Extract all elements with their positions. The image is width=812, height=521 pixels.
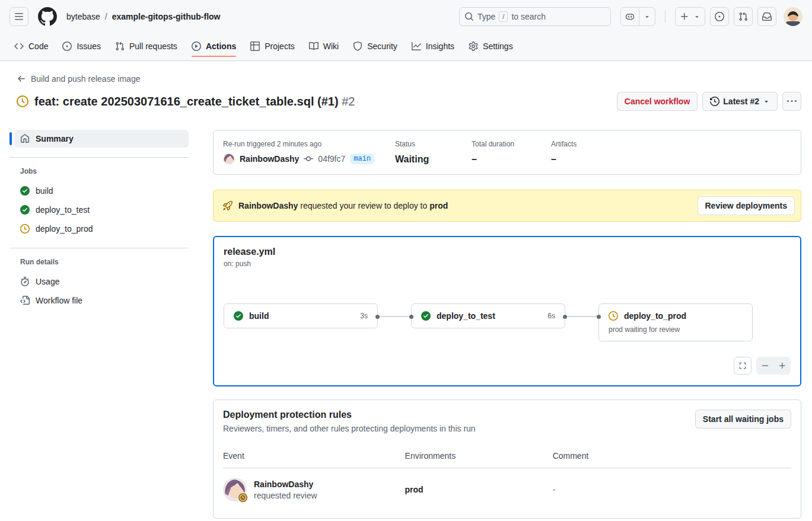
zoom-out-button[interactable] [756,357,773,375]
sidebar-item-summary[interactable]: Summary [14,130,189,148]
user-avatar-image [784,7,803,26]
check-circle-icon [20,205,30,215]
review-request-banner: RainbowDashy requested your review to de… [213,190,801,222]
connector-dot [597,315,601,319]
connector-line [565,316,598,317]
breadcrumb-separator: / [105,12,107,21]
clock-icon [20,224,30,234]
tab-issues[interactable]: Issues [58,37,105,60]
environment-value: prod [405,468,553,509]
fullscreen-icon [738,362,747,370]
git-pull-request-icon [115,41,125,51]
clock-icon [609,311,618,321]
sidebar-item-workflow-file[interactable]: Workflow file [14,291,189,310]
artifacts-value: – [551,154,577,165]
workflow-node-build[interactable]: build 3s [224,303,378,328]
table-icon [250,41,260,51]
protection-rules-table: Event Environments Comment [223,446,791,509]
back-to-workflow-link[interactable]: Build and push release image [17,74,140,84]
tab-code[interactable]: Code [9,37,53,60]
book-icon [309,41,319,51]
workflow-graph: build 3s deploy_to_test 6s [224,303,791,341]
sidebar-job-build[interactable]: build [14,181,189,200]
chevron-down-icon [644,13,651,20]
pull-requests-dashboard-button[interactable] [734,7,753,26]
run-summary-content: Re-run triggered 2 minutes ago RainbowDa… [213,130,801,519]
actor-link[interactable]: RainbowDashy [240,154,299,164]
graph-fullscreen-button[interactable] [734,357,752,375]
tab-wiki[interactable]: Wiki [304,37,343,60]
sidebar-divider [9,157,189,158]
user-avatar[interactable] [784,7,803,26]
review-deployments-button[interactable]: Review deployments [698,196,795,215]
actor-avatar [223,153,235,165]
check-circle-icon [20,186,30,196]
zoom-in-button[interactable] [773,357,791,375]
deployment-protection-rules-card: Deployment protection rules Reviewers, t… [213,399,801,519]
event-description: requested review [254,491,317,500]
tab-pull-requests[interactable]: Pull requests [110,37,182,60]
run-sidebar: Summary Jobs build deploy_to_test deploy… [9,130,189,519]
github-logo[interactable] [38,7,57,26]
breadcrumb-repo[interactable]: example-gitops-github-flow [112,12,221,21]
graph-icon [412,41,421,51]
status-value: Waiting [395,154,457,165]
copilot-menu-button[interactable] [639,8,655,25]
home-icon [20,134,30,143]
hamburger-menu-button[interactable] [9,7,28,26]
connector-line [378,316,411,317]
job-duration: 6s [547,312,555,320]
search-input[interactable]: Type / to search [459,7,611,26]
start-all-waiting-jobs-button[interactable]: Start all waiting jobs [695,410,791,429]
slash-key-hint: / [499,11,508,22]
search-placeholder-prefix: Type [477,12,495,21]
run-number: #2 [342,95,355,108]
sidebar-job-deploy-to-prod[interactable]: deploy_to_prod [14,219,189,238]
page-title: feat: create 202503071616_create_ticket_… [34,95,355,108]
workflow-trigger: on: push [224,260,791,268]
workflow-file-name: release.yml [224,247,791,257]
commit-sha-link[interactable]: 04f9fc7 [318,154,345,164]
copilot-split-button [620,7,655,26]
latest-run-button[interactable]: Latest #2 [702,92,778,111]
workflow-node-deploy-to-prod[interactable]: deploy_to_prod prod waiting for review [598,303,753,341]
sidebar-item-usage[interactable]: Usage [14,272,189,291]
waiting-clock-icon [17,95,28,107]
jobs-section-header: Jobs [20,167,189,175]
duration-value: – [472,154,537,165]
workflow-graph-card: release.yml on: push build 3s [213,236,801,386]
create-new-menu-button[interactable] [693,8,705,25]
comment-value: - [553,468,791,509]
workflow-node-deploy-to-test[interactable]: deploy_to_test 6s [411,303,565,328]
copilot-button[interactable] [621,8,639,25]
github-mark-icon [38,7,57,26]
inbox-icon [762,12,772,21]
reviewer-name-link[interactable]: RainbowDashy [254,480,313,489]
git-commit-icon [304,154,313,164]
column-header-comment: Comment [553,446,791,468]
inbox-button[interactable] [757,7,776,26]
issues-dashboard-button[interactable] [710,7,729,26]
tab-insights[interactable]: Insights [407,37,459,60]
rules-subtitle: Reviewers, timers, and other rules prote… [223,424,476,433]
code-icon [14,41,24,51]
artifacts-label: Artifacts [551,140,577,148]
history-icon [710,97,719,106]
run-options-kebab-button[interactable] [782,92,801,111]
tab-projects[interactable]: Projects [246,37,300,60]
column-header-environments: Environments [405,446,553,468]
tab-security[interactable]: Security [348,37,402,60]
check-circle-icon [421,311,431,321]
tab-settings[interactable]: Settings [464,37,518,60]
create-new-button[interactable] [676,8,693,25]
status-label: Status [395,140,457,148]
run-status-card: Re-run triggered 2 minutes ago RainbowDa… [213,130,801,175]
branch-badge[interactable]: main [350,154,374,164]
cancel-workflow-button[interactable]: Cancel workflow [617,92,698,111]
plus-icon [680,12,689,21]
repo-navigation: Code Issues Pull requests Actions Projec… [0,33,812,61]
sidebar-job-deploy-to-test[interactable]: deploy_to_test [14,200,189,219]
tab-actions[interactable]: Actions [187,37,241,60]
job-duration: 3s [360,312,368,320]
breadcrumb-owner[interactable]: bytebase [66,12,100,21]
